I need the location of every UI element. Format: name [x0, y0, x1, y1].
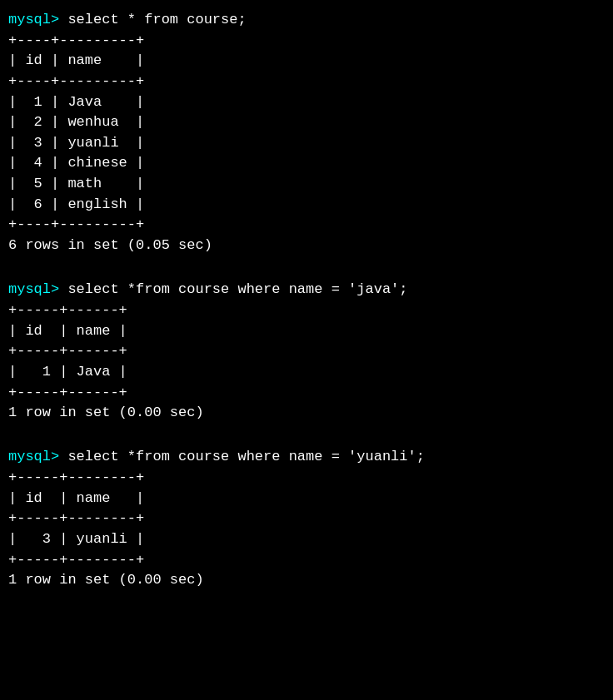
table-border-mid-2: +-----+------+ [8, 341, 605, 362]
table-border-bot-3: +-----+--------+ [8, 550, 605, 571]
table-row-1-6: | 6 | english | [8, 195, 605, 216]
command-2: mysql> select *from course where name = … [8, 280, 605, 300]
section-1: mysql> select * from course; +----+-----… [8, 10, 605, 256]
command-1: mysql> select * from course; [8, 10, 605, 31]
table-border-top-2: +-----+------+ [8, 300, 605, 321]
terminal-window: mysql> select * from course; +----+-----… [8, 7, 605, 598]
table-row-1-2: | 2 | wenhua | [8, 112, 605, 133]
table-header-1: | id | name | [8, 51, 605, 72]
result-info-3: 1 row in set (0.00 sec) [8, 570, 605, 591]
table-border-bot-2: +-----+------+ [8, 383, 605, 404]
blank-2 [8, 427, 605, 448]
table-row-1-5: | 5 | math | [8, 174, 605, 195]
table-row-1-1: | 1 | Java | [8, 92, 605, 113]
table-border-mid-1: +----+---------+ [8, 72, 605, 92]
table-border-top-1: +----+---------+ [8, 31, 605, 52]
table-row-3-1: | 3 | yuanli | [8, 529, 605, 550]
table-row-2-1: | 1 | Java | [8, 362, 605, 383]
blank-1 [8, 260, 605, 280]
command-3: mysql> select *from course where name = … [8, 447, 605, 468]
table-header-3: | id | name | [8, 489, 605, 509]
table-border-bot-1: +----+---------+ [8, 215, 605, 236]
table-header-2: | id | name | [8, 321, 605, 342]
section-3: mysql> select *from course where name = … [8, 447, 605, 590]
result-info-2: 1 row in set (0.00 sec) [8, 403, 605, 424]
section-2: mysql> select *from course where name = … [8, 280, 605, 423]
table-row-1-4: | 4 | chinese | [8, 153, 605, 174]
table-border-top-3: +-----+--------+ [8, 468, 605, 489]
table-border-mid-3: +-----+--------+ [8, 509, 605, 529]
table-row-1-3: | 3 | yuanli | [8, 133, 605, 154]
result-info-1: 6 rows in set (0.05 sec) [8, 236, 605, 256]
